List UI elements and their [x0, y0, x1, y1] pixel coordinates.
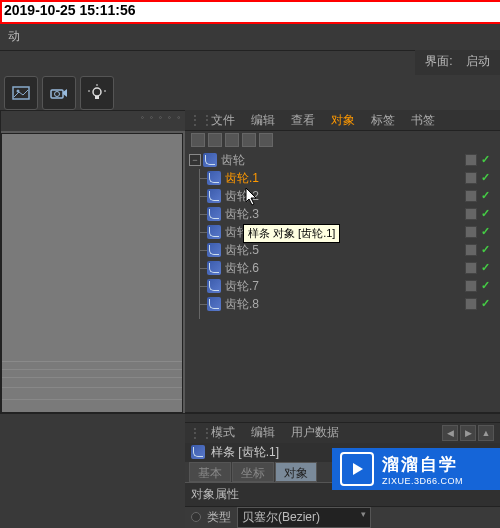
om-filter-icon[interactable] — [191, 133, 205, 147]
layer-tag-icon[interactable] — [465, 208, 477, 220]
spline-icon — [207, 189, 221, 203]
om-menu-view[interactable]: 查看 — [283, 110, 323, 131]
visibility-check-icon[interactable]: ✓ — [481, 207, 490, 220]
light-button[interactable] — [80, 76, 114, 110]
viewport[interactable]: ◦ ◦ ◦ ◦ ◦ — [0, 110, 187, 414]
nav-up-button[interactable]: ▲ — [478, 425, 494, 441]
svg-point-4 — [93, 88, 101, 96]
attr-menu-userdata[interactable]: 用户数据 — [283, 422, 347, 443]
layer-tag-icon[interactable] — [465, 154, 477, 166]
grip-icon[interactable]: ⋮⋮⋮ — [189, 426, 199, 440]
object-name[interactable]: 齿轮.5 — [225, 242, 259, 259]
viewport-header: ◦ ◦ ◦ ◦ ◦ — [1, 111, 186, 131]
interface-label: 界面: — [425, 54, 452, 68]
visibility-check-icon[interactable]: ✓ — [481, 153, 490, 166]
dropdown-value: 贝塞尔(Bezier) — [242, 510, 320, 524]
layer-tag-icon[interactable] — [465, 226, 477, 238]
spline-icon — [207, 279, 221, 293]
tab-object[interactable]: 对象 — [275, 462, 317, 482]
attr-object-title: 样条 [齿轮.1] — [211, 444, 279, 461]
om-menu-object[interactable]: 对象 — [323, 110, 363, 131]
spline-icon — [207, 171, 221, 185]
nav-fwd-button[interactable]: ▶ — [460, 425, 476, 441]
om-filter-icon[interactable] — [259, 133, 273, 147]
layer-tag-icon[interactable] — [465, 262, 477, 274]
object-name[interactable]: 齿轮.3 — [225, 206, 259, 223]
spline-icon — [207, 297, 221, 311]
tab-coord[interactable]: 坐标 — [232, 462, 274, 482]
om-menu-tags[interactable]: 标签 — [363, 110, 403, 131]
attr-menu-mode[interactable]: 模式 — [203, 422, 243, 443]
om-filter-icon[interactable] — [242, 133, 256, 147]
visibility-check-icon[interactable]: ✓ — [481, 243, 490, 256]
visibility-check-icon[interactable]: ✓ — [481, 225, 490, 238]
keyframe-dot-icon[interactable] — [191, 512, 201, 522]
layer-tag-icon[interactable] — [465, 298, 477, 310]
visibility-check-icon[interactable]: ✓ — [481, 171, 490, 184]
spline-icon — [191, 445, 205, 459]
collapse-icon[interactable]: − — [189, 154, 201, 166]
nav-back-button[interactable]: ◀ — [442, 425, 458, 441]
layer-tag-icon[interactable] — [465, 280, 477, 292]
om-menu-file[interactable]: 文件 — [203, 110, 243, 131]
tooltip-text: 样条 对象 [齿轮.1] — [248, 227, 335, 239]
spline-icon — [203, 153, 217, 167]
visibility-check-icon[interactable]: ✓ — [481, 279, 490, 292]
tab-basic[interactable]: 基本 — [189, 462, 231, 482]
layer-tag-icon[interactable] — [465, 244, 477, 256]
render-settings-button[interactable] — [42, 76, 76, 110]
layer-tag-icon[interactable] — [465, 190, 477, 202]
watermark-title: 溜溜自学 — [382, 453, 463, 476]
spline-icon — [207, 243, 221, 257]
visibility-check-icon[interactable]: ✓ — [481, 189, 490, 202]
svg-rect-5 — [95, 96, 99, 99]
interface-bar: 界面: 启动 — [415, 50, 500, 75]
tree-row-root[interactable]: − 齿轮 ✓ — [185, 151, 500, 169]
timestamp-bar: 2019-10-25 15:11:56 — [0, 0, 500, 24]
spline-icon — [207, 207, 221, 221]
attr-menu-edit[interactable]: 编辑 — [243, 422, 283, 443]
grip-icon[interactable]: ⋮⋮⋮ — [189, 113, 199, 127]
om-filter-icon[interactable] — [208, 133, 222, 147]
tree-row[interactable]: 齿轮.3 ✓ — [185, 205, 500, 223]
play-icon — [340, 452, 374, 486]
attr-label-type: 类型 — [207, 509, 231, 526]
viewport-nav-dots[interactable]: ◦ ◦ ◦ ◦ ◦ — [141, 113, 182, 122]
svg-point-3 — [55, 92, 60, 97]
tooltip: 样条 对象 [齿轮.1] — [243, 224, 340, 243]
viewport-canvas[interactable] — [1, 133, 183, 413]
object-name[interactable]: 齿轮.1 — [225, 170, 259, 187]
interface-value[interactable]: 启动 — [466, 54, 490, 68]
om-menu-bookmarks[interactable]: 书签 — [403, 110, 443, 131]
spline-icon — [207, 261, 221, 275]
attr-menubar: ⋮⋮⋮ 模式 编辑 用户数据 ◀ ▶ ▲ — [185, 423, 500, 443]
object-name[interactable]: 齿轮.8 — [225, 296, 259, 313]
visibility-check-icon[interactable]: ✓ — [481, 261, 490, 274]
timestamp: 2019-10-25 15:11:56 — [4, 2, 136, 18]
tree-row[interactable]: 齿轮.1 ✓ — [185, 169, 500, 187]
attr-row-type: 类型 贝塞尔(Bezier) — [185, 507, 500, 528]
object-name[interactable]: 齿轮.2 — [225, 188, 259, 205]
tree-row[interactable]: 齿轮.7 ✓ — [185, 277, 500, 295]
tree-row[interactable]: 齿轮.8 ✓ — [185, 295, 500, 313]
om-menu-edit[interactable]: 编辑 — [243, 110, 283, 131]
visibility-check-icon[interactable]: ✓ — [481, 297, 490, 310]
menu-animation[interactable]: 动 — [0, 24, 28, 49]
tree-row[interactable]: 齿轮.4 ✓ — [185, 223, 500, 241]
render-picture-button[interactable] — [4, 76, 38, 110]
layer-tag-icon[interactable] — [465, 172, 477, 184]
object-manager: ⋮⋮⋮ 文件 编辑 查看 对象 标签 书签 − 齿轮 ✓ — [185, 110, 500, 412]
om-tree[interactable]: − 齿轮 ✓ 齿轮.1 ✓ 齿轮.2 ✓ 齿轮.3 ✓ — [185, 149, 500, 412]
om-icon-bar — [185, 131, 500, 149]
tree-row[interactable]: 齿轮.5 ✓ — [185, 241, 500, 259]
main-menu-bar: 动 — [0, 24, 500, 51]
tree-row[interactable]: 齿轮.6 ✓ — [185, 259, 500, 277]
object-name[interactable]: 齿轮.6 — [225, 260, 259, 277]
object-name[interactable]: 齿轮.7 — [225, 278, 259, 295]
om-menubar: ⋮⋮⋮ 文件 编辑 查看 对象 标签 书签 — [185, 110, 500, 131]
type-dropdown[interactable]: 贝塞尔(Bezier) — [237, 507, 371, 528]
object-name[interactable]: 齿轮 — [221, 152, 245, 169]
om-filter-icon[interactable] — [225, 133, 239, 147]
tree-row[interactable]: 齿轮.2 ✓ — [185, 187, 500, 205]
watermark-url: ZIXUE.3D66.COM — [382, 476, 463, 486]
